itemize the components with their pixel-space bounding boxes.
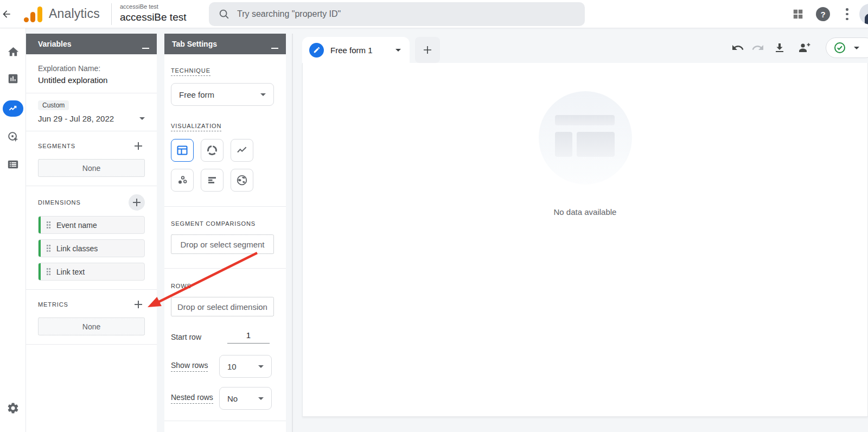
visualization-label: VISUALIZATION bbox=[171, 123, 221, 131]
google-analytics-logo bbox=[24, 7, 42, 22]
nav-advertising-icon[interactable] bbox=[0, 128, 26, 146]
divider bbox=[26, 186, 157, 186]
apps-grid-icon[interactable] bbox=[792, 8, 804, 20]
viz-line-icon[interactable] bbox=[231, 139, 253, 162]
empty-state-text: No data available bbox=[554, 207, 617, 217]
variables-header: Variables bbox=[26, 34, 157, 54]
nav-reports-icon[interactable] bbox=[0, 69, 26, 88]
divider bbox=[26, 344, 157, 345]
dimension-chip[interactable]: Link text bbox=[38, 263, 145, 281]
download-icon[interactable] bbox=[773, 41, 786, 54]
nav-explore-icon[interactable] bbox=[0, 99, 26, 118]
nav-admin-gear-icon[interactable] bbox=[0, 399, 26, 417]
show-rows-label: Show rows bbox=[171, 361, 208, 372]
technique-select[interactable]: Free form bbox=[171, 83, 274, 106]
dimensions-label: DIMENSIONS bbox=[38, 199, 81, 206]
chevron-down-icon bbox=[258, 365, 264, 368]
dimension-drop-target[interactable]: Drop or select dimension bbox=[171, 297, 274, 316]
variables-panel: Variables Exploration Name: Untitled exp… bbox=[26, 34, 157, 432]
viz-table-icon[interactable] bbox=[171, 139, 194, 162]
nested-rows-label: Nested rows bbox=[171, 393, 213, 404]
chevron-down-icon bbox=[258, 397, 264, 400]
technique-label: TECHNIQUE bbox=[171, 67, 210, 76]
exploration-name-label: Exploration Name: bbox=[38, 64, 145, 73]
property-name[interactable]: accessiBe test bbox=[120, 11, 187, 23]
viz-donut-icon[interactable] bbox=[201, 139, 224, 162]
search-icon bbox=[218, 8, 230, 20]
add-metric-button[interactable] bbox=[132, 298, 145, 311]
tab-settings-header: Tab Settings bbox=[164, 34, 286, 54]
chevron-down-icon bbox=[139, 117, 145, 120]
viz-geo-icon[interactable] bbox=[231, 169, 253, 192]
exploration-name-value[interactable]: Untitled exploration bbox=[38, 75, 145, 85]
add-dimension-button[interactable] bbox=[129, 194, 145, 211]
top-app-bar: Analytics accessiBe test accessiBe test … bbox=[0, 0, 868, 28]
technique-value: Free form bbox=[179, 90, 214, 99]
dimension-chip-label: Event name bbox=[56, 221, 97, 230]
viz-scatter-icon[interactable] bbox=[171, 169, 194, 192]
nav-home-icon[interactable] bbox=[0, 42, 26, 61]
chevron-down-icon bbox=[260, 93, 266, 96]
exploration-status-button[interactable] bbox=[826, 37, 868, 58]
undo-icon[interactable] bbox=[731, 41, 744, 54]
segments-label: SEGMENTS bbox=[38, 143, 75, 149]
drag-handle-icon[interactable] bbox=[46, 244, 51, 252]
edit-pencil-icon bbox=[309, 43, 324, 58]
variables-title: Variables bbox=[38, 40, 72, 48]
product-name: Analytics bbox=[49, 7, 100, 21]
dimension-chip-label: Link classes bbox=[56, 244, 98, 253]
minimize-tab-settings-icon[interactable] bbox=[271, 48, 278, 49]
kebab-menu-icon[interactable] bbox=[846, 8, 849, 20]
nested-rows-select[interactable]: No bbox=[219, 387, 272, 410]
chip-green-bar bbox=[39, 217, 41, 233]
avatar[interactable] bbox=[859, 4, 868, 24]
dimension-chip[interactable]: Link classes bbox=[38, 239, 145, 257]
tab-chevron-down-icon[interactable] bbox=[395, 49, 401, 52]
panel-scrollbar[interactable] bbox=[292, 34, 293, 432]
date-range-control[interactable]: Custom Jun 29 - Jul 28, 2022 bbox=[26, 93, 157, 123]
segments-empty-box: None bbox=[38, 159, 145, 177]
divider bbox=[26, 131, 157, 131]
chevron-down-icon bbox=[854, 47, 859, 49]
chip-green-bar bbox=[39, 240, 41, 257]
check-circle-icon bbox=[833, 41, 846, 54]
dimension-chip[interactable]: Event name bbox=[38, 216, 145, 234]
divider bbox=[164, 421, 286, 421]
divider bbox=[164, 206, 286, 207]
nested-rows-value: No bbox=[227, 394, 238, 403]
segment-comparisons-label: SEGMENT COMPARISONS bbox=[171, 220, 256, 227]
show-rows-value: 10 bbox=[227, 362, 237, 371]
start-row-input[interactable]: 1 bbox=[227, 331, 270, 344]
dimension-chip-label: Link text bbox=[56, 268, 85, 276]
drag-handle-icon[interactable] bbox=[46, 268, 51, 276]
metrics-label: METRICS bbox=[38, 301, 68, 308]
metrics-empty-box: None bbox=[38, 317, 145, 335]
help-icon[interactable]: ? bbox=[816, 7, 830, 21]
date-range-value: Jun 29 - Jul 28, 2022 bbox=[38, 114, 114, 123]
add-tab-button[interactable] bbox=[415, 37, 440, 63]
minimize-variables-icon[interactable] bbox=[142, 48, 149, 49]
show-rows-select[interactable]: 10 bbox=[219, 355, 272, 378]
visualization-canvas: No data available bbox=[302, 63, 868, 417]
add-segment-button[interactable] bbox=[132, 139, 145, 153]
explore-selected-pill bbox=[3, 100, 23, 117]
date-custom-badge: Custom bbox=[38, 100, 69, 110]
segment-drop-target[interactable]: Drop or select segment bbox=[171, 234, 274, 254]
nav-library-icon[interactable] bbox=[0, 155, 26, 174]
back-icon[interactable] bbox=[1, 9, 12, 20]
left-nav-rail bbox=[0, 28, 26, 432]
share-users-icon[interactable] bbox=[797, 41, 810, 54]
drag-handle-icon[interactable] bbox=[46, 221, 51, 229]
viz-bar-icon[interactable] bbox=[201, 169, 224, 192]
chip-green-bar bbox=[39, 263, 41, 280]
tab-title: Free form 1 bbox=[330, 46, 373, 55]
rows-label: ROWS bbox=[171, 283, 192, 289]
search-bar[interactable] bbox=[209, 2, 585, 26]
exploration-tab[interactable]: Free form 1 bbox=[302, 37, 410, 63]
empty-state-illustration bbox=[539, 91, 632, 185]
tab-settings-panel: Tab Settings TECHNIQUE Free form VISUALI… bbox=[164, 34, 286, 432]
search-input[interactable] bbox=[237, 2, 573, 26]
redo-icon[interactable] bbox=[751, 41, 764, 54]
start-row-label: Start row bbox=[171, 333, 201, 341]
topbar-divider bbox=[111, 3, 112, 25]
